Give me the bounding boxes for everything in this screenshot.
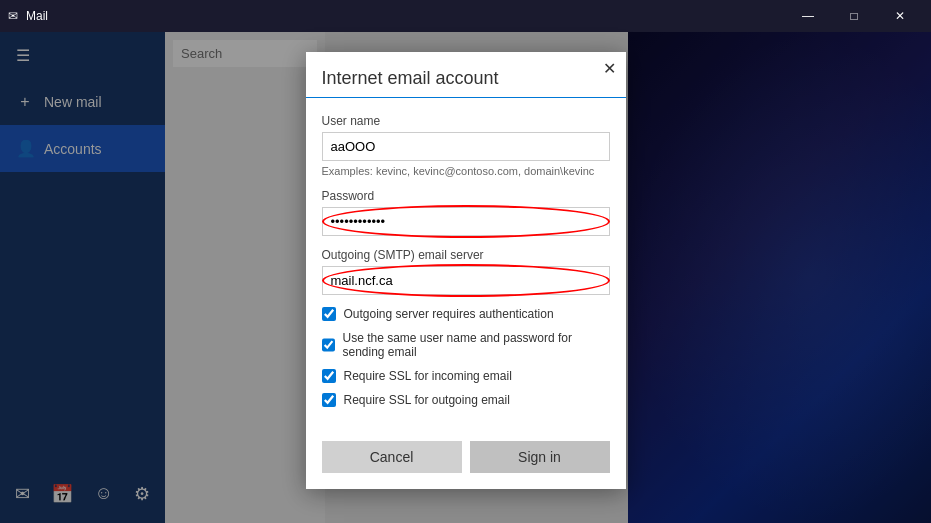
- username-label: User name: [322, 114, 610, 128]
- username-input[interactable]: [322, 132, 610, 161]
- modal-body: User name Examples: kevinc, kevinc@conto…: [306, 98, 626, 433]
- checkbox-same-creds-label: Use the same user name and password for …: [343, 331, 610, 359]
- password-label: Password: [322, 189, 610, 203]
- title-bar: ✉ Mail — □ ✕: [0, 0, 931, 32]
- checkbox-ssl-incoming-label: Require SSL for incoming email: [344, 369, 512, 383]
- title-bar-left: ✉ Mail: [8, 9, 48, 23]
- app-icon: ✉: [8, 9, 18, 23]
- checkbox-ssl-incoming[interactable]: [322, 369, 336, 383]
- checkbox-ssl-outgoing-group: Require SSL for outgoing email: [322, 393, 610, 407]
- checkbox-same-creds[interactable]: [322, 338, 335, 352]
- username-hint: Examples: kevinc, kevinc@contoso.com, do…: [322, 165, 610, 177]
- password-wrapper: [322, 207, 610, 236]
- checkbox-ssl-incoming-group: Require SSL for incoming email: [322, 369, 610, 383]
- maximize-button[interactable]: □: [831, 0, 877, 32]
- close-button[interactable]: ✕: [877, 0, 923, 32]
- modal-overlay: Internet email account ✕ User name Examp…: [0, 32, 931, 523]
- checkbox-auth-group: Outgoing server requires authentication: [322, 307, 610, 321]
- cancel-button[interactable]: Cancel: [322, 441, 462, 473]
- signin-button[interactable]: Sign in: [470, 441, 610, 473]
- minimize-button[interactable]: —: [785, 0, 831, 32]
- title-bar-controls: — □ ✕: [785, 0, 923, 32]
- smtp-wrapper: [322, 266, 610, 295]
- username-group: User name Examples: kevinc, kevinc@conto…: [322, 114, 610, 177]
- smtp-input[interactable]: [322, 266, 610, 295]
- checkbox-ssl-outgoing-label: Require SSL for outgoing email: [344, 393, 510, 407]
- password-group: Password: [322, 189, 610, 236]
- smtp-group: Outgoing (SMTP) email server: [322, 248, 610, 295]
- checkbox-auth[interactable]: [322, 307, 336, 321]
- modal-header: Internet email account ✕: [306, 52, 626, 98]
- modal-footer: Cancel Sign in: [306, 433, 626, 489]
- checkbox-ssl-outgoing[interactable]: [322, 393, 336, 407]
- password-input[interactable]: [322, 207, 610, 236]
- smtp-label: Outgoing (SMTP) email server: [322, 248, 610, 262]
- internet-email-modal: Internet email account ✕ User name Examp…: [306, 52, 626, 489]
- checkbox-auth-label: Outgoing server requires authentication: [344, 307, 554, 321]
- checkbox-same-creds-group: Use the same user name and password for …: [322, 331, 610, 359]
- modal-title: Internet email account: [322, 68, 610, 89]
- modal-close-button[interactable]: ✕: [594, 52, 626, 84]
- app-name: Mail: [26, 9, 48, 23]
